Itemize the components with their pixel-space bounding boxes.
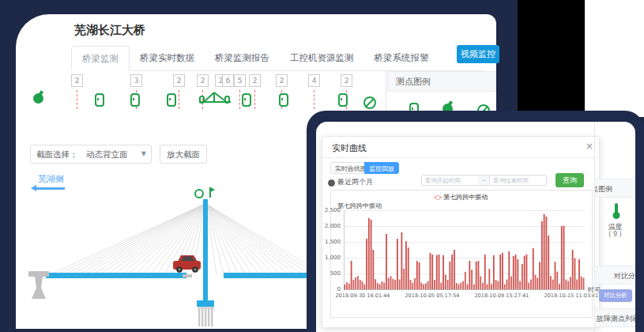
main-tab-0[interactable]: 桥梁监测 (71, 46, 130, 71)
query-button[interactable]: 查询 (555, 173, 584, 187)
x-axis-tick: 2018-09-30 16:01:44 (331, 292, 394, 299)
chart-legend[interactable]: -○- 第七跨跨中振动 (330, 193, 591, 202)
sensor-count-badge: 2 (173, 74, 185, 87)
x-axis-tick: 2018-10-09 15:27:41 (470, 292, 533, 299)
time-range-separator: - (478, 175, 489, 186)
compare-section-header: 对比分析 (595, 266, 635, 285)
main-tab-1[interactable]: 桥梁实时数据 (130, 46, 205, 70)
sensor-link-icon[interactable] (130, 93, 140, 107)
background-white-area (585, 0, 644, 117)
temperature-count: ( 9 ) (595, 231, 635, 238)
tab-monitor-playback[interactable]: 监控回放 (364, 162, 399, 174)
background-black-area (518, 0, 585, 117)
deck-joint (183, 274, 192, 277)
dialog-header-divider (322, 157, 597, 158)
sensor-count-badge: 3 (130, 74, 142, 87)
sensor-line (179, 90, 179, 109)
sensor-count-badge: 2 (197, 74, 209, 87)
y-axis-tick: 0 (312, 286, 341, 292)
screenshot-canvas: 芜湖长江大桥 桥梁监测桥梁实时数据桥梁监测报告工控机资源监测桥梁系统报警 视频监… (0, 0, 644, 332)
pile-cap (198, 307, 214, 309)
anemometer-icon (195, 190, 203, 198)
sensor-count-badge: 2 (71, 74, 83, 87)
bridge-crane-icon[interactable] (198, 90, 232, 108)
pylon-piles (198, 309, 213, 326)
main-tab-2[interactable]: 桥梁监测报告 (205, 46, 280, 70)
sensor-line (314, 90, 314, 109)
chart-title: 第七跨跨中振动 (337, 202, 382, 210)
y-axis-tick: 1,000 (312, 255, 341, 261)
video-monitor-button[interactable]: 视频监控 (457, 45, 499, 63)
chart-series-bars (344, 210, 585, 292)
compare-analysis-button[interactable]: 对比分析 (599, 289, 632, 302)
fault-list-header: 故障测点列表 (595, 308, 635, 327)
y-axis-tick: 500 (312, 270, 341, 277)
legend-panel-header: 测点图例 (387, 71, 496, 92)
y-axis-tick: 1,500 (312, 239, 341, 245)
recent-two-months-radio[interactable] (328, 179, 335, 187)
approach-pier (32, 277, 46, 299)
sensor-link-icon[interactable] (242, 93, 251, 107)
chart-plot-area: 2,5002,0001,5001,00050002018-09-30 16:01… (344, 210, 585, 289)
approach-pier-cap (28, 271, 49, 277)
sensor-count-badge: 2 (341, 74, 352, 87)
sensor-count-badge: 6 (222, 74, 234, 87)
wind-vane-icon (210, 188, 213, 198)
end-time-input[interactable]: 查询结束时间 (489, 175, 547, 186)
sensor-count-badge: 2 (249, 74, 261, 87)
sensor-link-icon[interactable] (338, 93, 348, 107)
close-icon[interactable]: × (586, 141, 593, 152)
bridge-side-label: 芜湖侧 (38, 173, 64, 185)
sensor-count-badge: 4 (308, 74, 320, 87)
chevron-down-icon: ▼ (141, 145, 146, 163)
bridge-deck-left (46, 273, 186, 278)
dialog-title: 实时曲线 (332, 142, 367, 154)
recent-two-months-label: 最近两个月 (337, 177, 373, 187)
no-entry-icon[interactable] (363, 96, 376, 109)
x-axis-tick: 2018-10-05 05:17:54 (401, 292, 464, 299)
sensor-link-icon[interactable] (95, 93, 104, 107)
stopwatch-icon[interactable] (33, 93, 43, 104)
main-tab-4[interactable]: 桥梁系统报警 (364, 46, 439, 70)
main-tab-3[interactable]: 工控机资源监测 (280, 46, 364, 70)
section-select[interactable]: 截面选择： 动态背立面 ▼ (30, 145, 152, 164)
sensor-count-badge: 5 (234, 74, 246, 87)
sensor-line (77, 90, 77, 109)
zoom-section-button[interactable]: 放大截面 (160, 145, 207, 164)
y-axis-tick: 2,000 (312, 223, 341, 229)
thermometer-icon[interactable] (611, 202, 622, 220)
section-select-label: 截面选择： (36, 145, 78, 163)
sensor-link-icon[interactable] (279, 93, 288, 107)
y-axis-tick: 2,500 (312, 207, 341, 213)
section-select-value: 动态背立面 (86, 145, 128, 163)
page-title: 芜湖长江大桥 (74, 23, 145, 38)
right-panel-legend-header: 测点图例 (595, 179, 635, 198)
sensor-line (254, 90, 255, 109)
pylon-crossbeam (197, 300, 214, 307)
sensor-count-badge: 2 (276, 74, 288, 87)
start-time-input[interactable]: 查询开始时间 (421, 175, 479, 186)
bridge-pylon (203, 199, 208, 305)
bridge-illustration (22, 185, 324, 329)
legend-marker-icon: -○- (434, 194, 442, 201)
legend-label: 第七跨跨中振动 (443, 194, 488, 201)
sensor-link-icon[interactable] (167, 93, 176, 107)
main-tab-bar: 桥梁监测桥梁实时数据桥梁监测报告工控机资源监测桥梁系统报警 (71, 46, 484, 71)
sensor-line (239, 90, 240, 109)
